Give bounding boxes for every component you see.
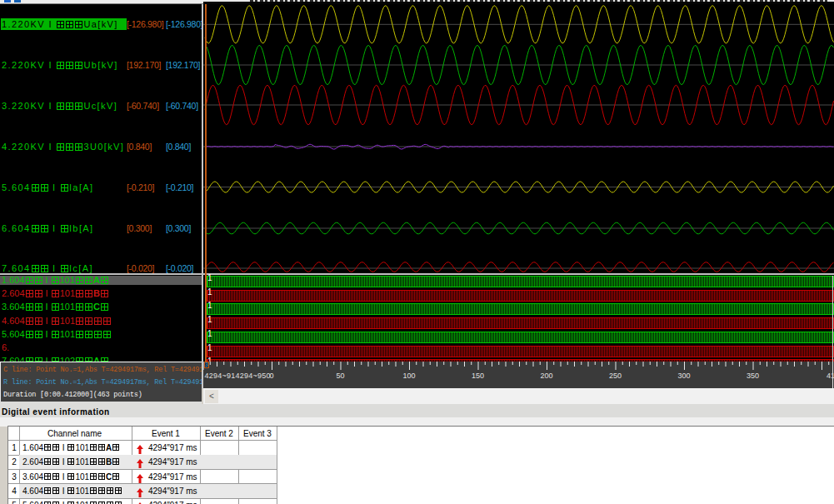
svg-text:150: 150 bbox=[472, 372, 484, 380]
svg-text:100: 100 bbox=[402, 372, 415, 380]
svg-text:350: 350 bbox=[747, 372, 759, 380]
svg-text:250: 250 bbox=[609, 372, 622, 380]
svg-text:50: 50 bbox=[336, 372, 344, 380]
svg-text:4294~914294~950: 4294~914294~950 bbox=[205, 372, 271, 380]
svg-text:200: 200 bbox=[540, 372, 552, 380]
svg-text:300: 300 bbox=[677, 372, 690, 380]
